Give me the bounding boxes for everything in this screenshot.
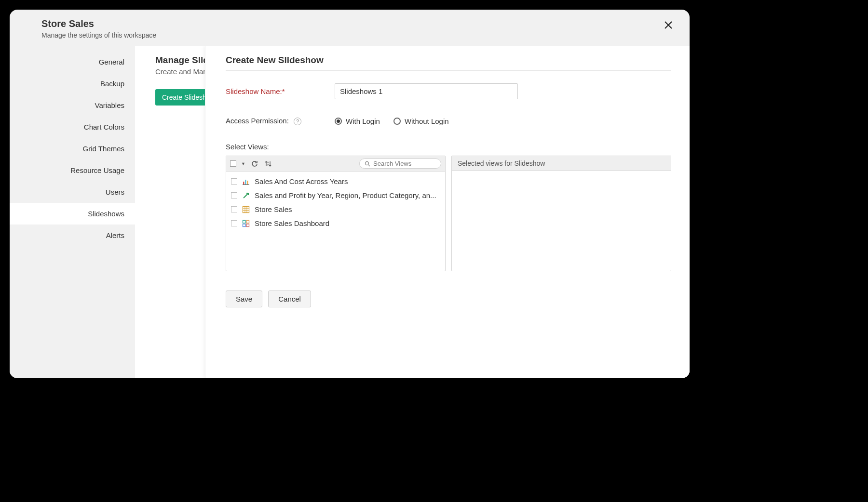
views-toolbar: ▼ AZ <box>226 156 445 172</box>
sidebar-item-users[interactable]: Users <box>10 181 135 203</box>
sidebar-item-label: Alerts <box>106 231 124 239</box>
svg-rect-4 <box>245 180 246 185</box>
sidebar-item-label: Variables <box>95 101 124 109</box>
manage-column: Manage Slideshows Create and Manage Slid… <box>135 46 205 378</box>
svg-text:Z: Z <box>267 164 269 167</box>
svg-point-2 <box>366 161 369 165</box>
view-item[interactable]: Store Sales Dashboard <box>226 216 445 230</box>
settings-dialog: Store Sales Manage the settings of this … <box>10 10 690 378</box>
svg-rect-5 <box>247 181 248 185</box>
selected-views-header: Selected views for Slideshow <box>452 156 671 171</box>
sidebar-item-chart-colors[interactable]: Chart Colors <box>10 116 135 138</box>
view-name: Store Sales <box>255 205 292 213</box>
search-icon <box>365 161 370 167</box>
help-icon[interactable]: ? <box>294 118 301 125</box>
cancel-button[interactable]: Cancel <box>268 291 311 307</box>
sidebar-item-label: Users <box>106 188 124 196</box>
svg-rect-7 <box>243 220 246 223</box>
panel-title: Create New Slideshow <box>226 55 671 71</box>
settings-sidebar: General Backup Variables Chart Colors Gr… <box>10 46 135 378</box>
available-views-list: Sales And Cost Across Years Sales and Pr… <box>226 172 445 233</box>
sidebar-item-label: Slideshows <box>88 210 124 218</box>
sidebar-item-backup[interactable]: Backup <box>10 73 135 94</box>
radio-icon <box>393 118 401 125</box>
sidebar-item-label: Backup <box>100 79 124 88</box>
view-name: Store Sales Dashboard <box>255 219 329 227</box>
save-button[interactable]: Save <box>226 291 262 307</box>
view-checkbox[interactable] <box>231 220 237 226</box>
sidebar-item-label: General <box>99 58 124 66</box>
access-permission-label: Access Permission: ? <box>226 117 335 125</box>
slideshow-name-input[interactable] <box>335 83 518 99</box>
close-icon[interactable] <box>660 18 677 32</box>
view-checkbox[interactable] <box>231 178 237 185</box>
select-all-checkbox[interactable] <box>230 160 236 167</box>
radio-without-login[interactable]: Without Login <box>393 117 449 125</box>
view-checkbox[interactable] <box>231 192 237 198</box>
view-item[interactable]: Sales and Profit by Year, Region, Produc… <box>226 188 445 202</box>
sort-icon[interactable]: AZ <box>264 159 272 168</box>
dialog-subtitle: Manage the settings of this workspace <box>41 31 156 39</box>
create-slideshow-button[interactable]: Create Slideshow <box>155 89 205 106</box>
svg-rect-9 <box>243 224 246 227</box>
selected-views-list <box>452 171 671 177</box>
view-checkbox[interactable] <box>231 206 237 212</box>
sidebar-item-alerts[interactable]: Alerts <box>10 225 135 246</box>
sidebar-item-grid-themes[interactable]: Grid Themes <box>10 138 135 159</box>
svg-rect-10 <box>246 224 249 227</box>
radio-label: With Login <box>346 117 380 125</box>
view-name: Sales and Profit by Year, Region, Produc… <box>255 191 436 199</box>
sidebar-item-label: Grid Themes <box>83 145 124 153</box>
available-views-box: ▼ AZ <box>226 156 446 271</box>
search-views-input[interactable] <box>373 160 436 167</box>
sidebar-item-resource-usage[interactable]: Resource Usage <box>10 159 135 181</box>
sidebar-item-label: Resource Usage <box>70 166 124 174</box>
sidebar-item-slideshows[interactable]: Slideshows <box>10 203 135 225</box>
dialog-title: Store Sales <box>41 18 156 29</box>
chevron-down-icon[interactable]: ▼ <box>241 161 245 166</box>
svg-rect-3 <box>243 182 244 185</box>
selected-views-box: Selected views for Slideshow <box>451 156 671 271</box>
table-icon <box>242 206 250 213</box>
select-views-label: Select Views: <box>226 143 671 151</box>
svg-rect-8 <box>246 220 249 223</box>
refresh-icon[interactable] <box>250 159 259 168</box>
slideshow-name-label: Slideshow Name:* <box>226 87 335 95</box>
dialog-header: Store Sales Manage the settings of this … <box>10 10 690 46</box>
pivot-icon <box>242 192 250 199</box>
search-views-wrapper <box>359 159 441 169</box>
manage-subtitle: Create and Manage Slideshows <box>155 67 205 76</box>
chart-icon <box>242 178 250 185</box>
dashboard-icon <box>242 220 250 227</box>
radio-with-login[interactable]: With Login <box>335 117 380 125</box>
svg-rect-6 <box>243 206 249 212</box>
view-name: Sales And Cost Across Years <box>255 177 348 185</box>
radio-icon <box>335 118 342 125</box>
sidebar-item-general[interactable]: General <box>10 51 135 73</box>
view-item[interactable]: Store Sales <box>226 202 445 216</box>
sidebar-item-variables[interactable]: Variables <box>10 94 135 116</box>
sidebar-item-label: Chart Colors <box>84 123 124 131</box>
radio-label: Without Login <box>405 117 449 125</box>
manage-title: Manage Slideshows <box>155 55 205 66</box>
view-item[interactable]: Sales And Cost Across Years <box>226 174 445 188</box>
create-slideshow-panel: Create New Slideshow Slideshow Name:* Ac… <box>205 46 690 378</box>
